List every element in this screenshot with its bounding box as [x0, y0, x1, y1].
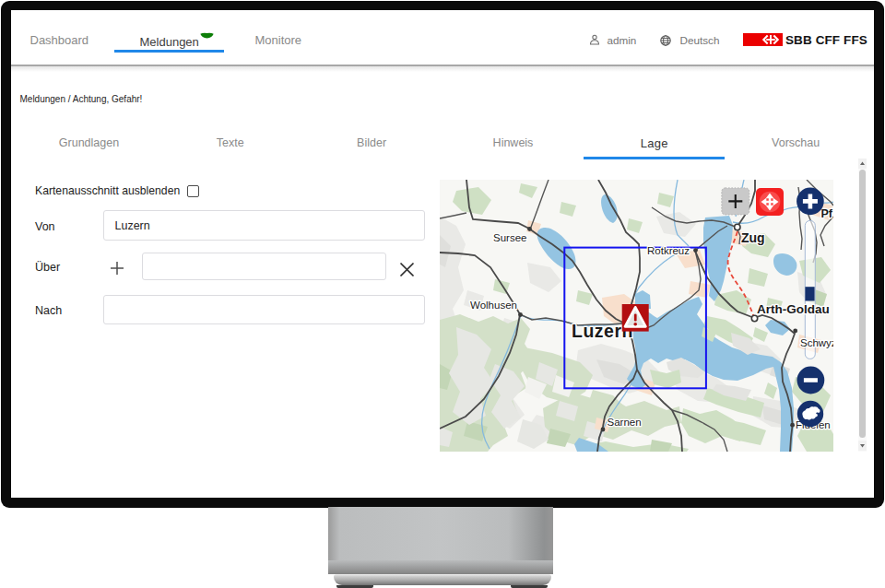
svg-text:Rotkreuz: Rotkreuz: [647, 245, 690, 256]
svg-text:Arth-Goldau: Arth-Goldau: [757, 302, 830, 316]
svg-text:Schwyz: Schwyz: [800, 337, 833, 348]
svg-text:Pf: Pf: [821, 207, 833, 220]
svg-text:Wolhusen: Wolhusen: [470, 300, 517, 311]
svg-text:Sarnen: Sarnen: [608, 417, 642, 428]
svg-text:Sursee: Sursee: [493, 232, 526, 243]
svg-text:Zug: Zug: [741, 230, 765, 245]
